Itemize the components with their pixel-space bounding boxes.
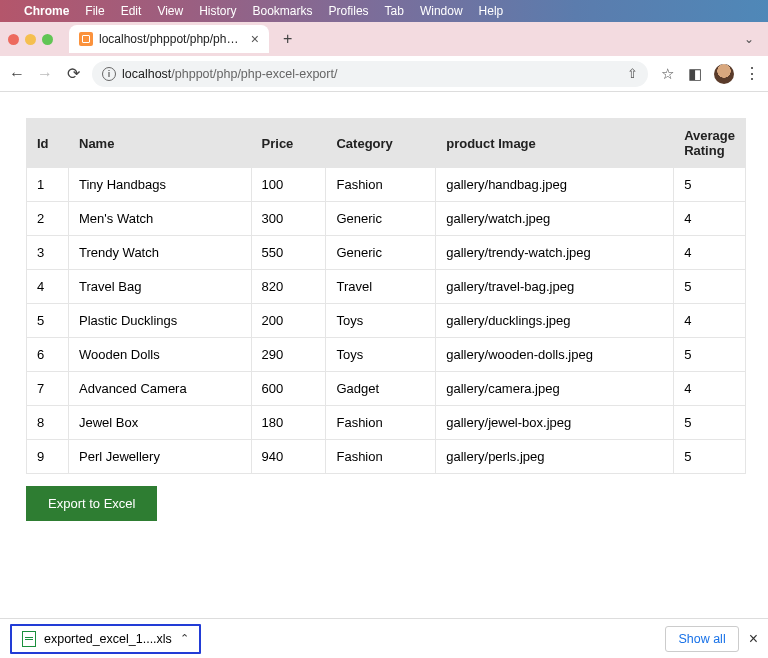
tab-strip: localhost/phppot/php/php-exc × + ⌄ [0,22,768,56]
cell-name: Men's Watch [69,202,252,236]
cell-price: 180 [251,406,326,440]
menu-tab[interactable]: Tab [385,4,404,18]
cell-name: Wooden Dolls [69,338,252,372]
download-item[interactable]: exported_excel_1....xls ⌃ [10,624,201,654]
cell-category: Toys [326,304,436,338]
cell-id: 4 [27,270,69,304]
table-row: 1Tiny Handbags100Fashiongallery/handbag.… [27,168,746,202]
address-bar[interactable]: i localhost/phppot/php/php-excel-export/… [92,61,648,87]
table-row: 5Plastic Ducklings200Toysgallery/ducklin… [27,304,746,338]
toolbar: ← → ⟳ i localhost/phppot/php/php-excel-e… [0,56,768,92]
cell-id: 9 [27,440,69,474]
cell-rating: 5 [674,406,746,440]
cell-category: Travel [326,270,436,304]
cell-rating: 5 [674,440,746,474]
close-downloads-bar-icon[interactable]: × [749,630,758,648]
extensions-icon[interactable]: ◧ [686,65,704,83]
menu-file[interactable]: File [85,4,104,18]
cell-category: Gadget [326,372,436,406]
col-name: Name [69,119,252,168]
table-row: 3Trendy Watch550Genericgallery/trendy-wa… [27,236,746,270]
cell-category: Fashion [326,168,436,202]
menu-window[interactable]: Window [420,4,463,18]
url-text: localhost/phppot/php/php-excel-export/ [122,67,621,81]
cell-id: 7 [27,372,69,406]
page-viewport: Id Name Price Category product Image Ave… [0,92,768,618]
cell-rating: 4 [674,372,746,406]
close-tab-icon[interactable]: × [251,31,259,47]
col-category: Category [326,119,436,168]
products-table: Id Name Price Category product Image Ave… [26,118,746,474]
cell-price: 940 [251,440,326,474]
cell-price: 200 [251,304,326,338]
table-row: 2Men's Watch300Genericgallery/watch.jpeg… [27,202,746,236]
chrome-menu-icon[interactable]: ⋮ [744,64,760,83]
cell-name: Advanced Camera [69,372,252,406]
table-row: 7Advanced Camera600Gadgetgallery/camera.… [27,372,746,406]
cell-price: 300 [251,202,326,236]
menu-bookmarks[interactable]: Bookmarks [253,4,313,18]
cell-price: 600 [251,372,326,406]
site-info-icon[interactable]: i [102,67,116,81]
export-button[interactable]: Export to Excel [26,486,157,521]
cell-name: Plastic Ducklings [69,304,252,338]
cell-id: 3 [27,236,69,270]
cell-image: gallery/jewel-box.jpeg [436,406,674,440]
table-row: 4Travel Bag820Travelgallery/travel-bag.j… [27,270,746,304]
cell-name: Travel Bag [69,270,252,304]
cell-category: Generic [326,202,436,236]
close-window-icon[interactable] [8,34,19,45]
cell-id: 1 [27,168,69,202]
cell-category: Fashion [326,440,436,474]
cell-category: Generic [326,236,436,270]
tab-overflow-icon[interactable]: ⌄ [744,32,754,46]
cell-image: gallery/watch.jpeg [436,202,674,236]
menu-edit[interactable]: Edit [121,4,142,18]
cell-name: Tiny Handbags [69,168,252,202]
cell-image: gallery/trendy-watch.jpeg [436,236,674,270]
cell-rating: 5 [674,270,746,304]
col-price: Price [251,119,326,168]
menu-help[interactable]: Help [479,4,504,18]
reload-button[interactable]: ⟳ [64,64,82,83]
menu-history[interactable]: History [199,4,236,18]
bookmark-icon[interactable]: ☆ [658,65,676,83]
xls-file-icon [22,631,36,647]
cell-image: gallery/camera.jpeg [436,372,674,406]
show-all-downloads-button[interactable]: Show all [665,626,738,652]
page-content: Id Name Price Category product Image Ave… [26,118,746,521]
menu-app[interactable]: Chrome [24,4,69,18]
cell-price: 290 [251,338,326,372]
col-id: Id [27,119,69,168]
cell-id: 6 [27,338,69,372]
cell-image: gallery/travel-bag.jpeg [436,270,674,304]
browser-tab[interactable]: localhost/phppot/php/php-exc × [69,25,269,53]
cell-price: 550 [251,236,326,270]
cell-rating: 4 [674,236,746,270]
cell-rating: 4 [674,304,746,338]
share-icon[interactable]: ⇧ [627,66,638,81]
cell-id: 5 [27,304,69,338]
profile-avatar[interactable] [714,64,734,84]
cell-id: 2 [27,202,69,236]
cell-image: gallery/ducklings.jpeg [436,304,674,338]
xampp-favicon-icon [79,32,93,46]
menu-profiles[interactable]: Profiles [329,4,369,18]
tab-title: localhost/phppot/php/php-exc [99,32,245,46]
new-tab-button[interactable]: + [277,30,298,48]
cell-rating: 5 [674,168,746,202]
back-button[interactable]: ← [8,65,26,83]
cell-name: Trendy Watch [69,236,252,270]
minimize-window-icon[interactable] [25,34,36,45]
download-filename: exported_excel_1....xls [44,632,172,646]
download-menu-icon[interactable]: ⌃ [180,632,189,645]
cell-rating: 5 [674,338,746,372]
cell-name: Perl Jewellery [69,440,252,474]
maximize-window-icon[interactable] [42,34,53,45]
table-row: 9Perl Jewellery940Fashiongallery/perls.j… [27,440,746,474]
window-controls [8,34,53,45]
cell-category: Fashion [326,406,436,440]
menu-view[interactable]: View [157,4,183,18]
col-image: product Image [436,119,674,168]
cell-rating: 4 [674,202,746,236]
